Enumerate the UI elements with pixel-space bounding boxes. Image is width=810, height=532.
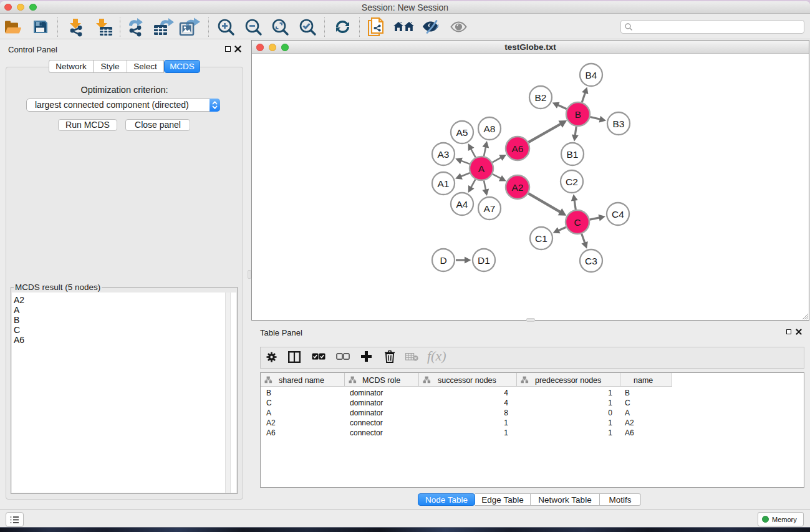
svg-text:C4: C4: [612, 209, 624, 220]
svg-text:D: D: [440, 255, 446, 266]
svg-text:C1: C1: [535, 233, 547, 244]
svg-text:D1: D1: [478, 255, 490, 266]
svg-text:A8: A8: [484, 123, 496, 134]
svg-text:B2: B2: [535, 92, 547, 103]
svg-text:A5: A5: [456, 127, 468, 138]
svg-text:A7: A7: [484, 203, 496, 214]
svg-text:A3: A3: [438, 149, 450, 160]
svg-text:B: B: [575, 109, 581, 120]
svg-text:A2: A2: [512, 182, 524, 193]
svg-text:B1: B1: [567, 149, 579, 160]
svg-text:B4: B4: [586, 70, 597, 80]
svg-text:C2: C2: [566, 177, 578, 187]
svg-text:C: C: [574, 217, 581, 228]
svg-text:A6: A6: [512, 143, 524, 154]
svg-text:A1: A1: [438, 178, 450, 189]
svg-text:A4: A4: [456, 199, 468, 210]
svg-text:A: A: [478, 163, 485, 174]
svg-text:B3: B3: [613, 118, 625, 129]
svg-text:C3: C3: [585, 256, 597, 266]
